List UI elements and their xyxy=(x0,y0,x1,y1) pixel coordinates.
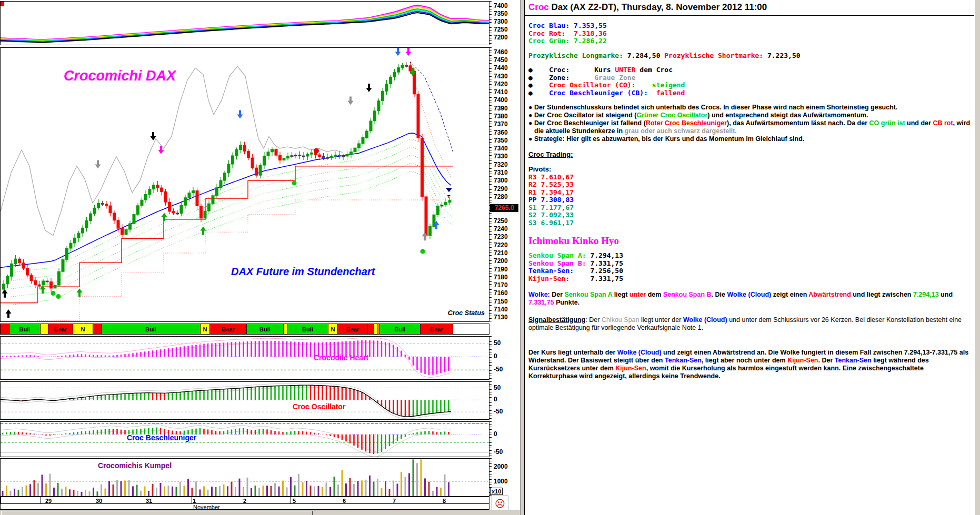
text-line: Tenkan-Sen: 7.256,50 xyxy=(528,267,972,275)
panel-crocomichis-kumpel: Crocomichis Kumpel xyxy=(0,458,489,497)
main-chart: TCrocomichi DAXDAX Future im Stundenchar… xyxy=(0,47,489,322)
text-segment: Kijun-Sen xyxy=(787,357,818,364)
beschleuniger-axis-ticks xyxy=(489,421,492,457)
current-price-tag: 7265.0 xyxy=(490,204,518,212)
text-segment xyxy=(648,89,656,97)
text-line: Croc Trading: xyxy=(528,150,972,159)
axis-label: 7390 xyxy=(494,105,508,112)
axis-label: 7380 xyxy=(494,113,508,120)
heart-axis-ticks xyxy=(489,336,492,380)
axis-label: 7200 xyxy=(494,34,508,41)
oscillator-axis-ticks xyxy=(489,381,492,420)
text-segment: 7.294,13 xyxy=(590,251,623,259)
text-segment: PP 7.308,83 xyxy=(528,196,574,204)
text-line: Croc Grün: 7.286,22 xyxy=(528,37,972,45)
axis-label: 7350 xyxy=(494,10,508,17)
right-panel-content: Croc Dax (AX Z2-DT), Thursday, 8. Novemb… xyxy=(528,0,972,380)
text-segment xyxy=(636,81,652,89)
text-line: ● Strategie: Hier gilt es abzuwarten, bi… xyxy=(528,135,972,143)
text-line: Der Kurs liegt unterhalb der Wolke (Clou… xyxy=(528,349,972,380)
status-segment-bear: Bear xyxy=(421,324,453,334)
text-segment: S3 6.961,17 xyxy=(528,219,574,227)
text-segment: 7.331,75 xyxy=(590,259,623,267)
text-line: ● Der Croc Beschleuniger ist fallend (Ro… xyxy=(528,119,972,135)
main-chart-svg: TCrocomichi DAXDAX Future im Stundenchar… xyxy=(1,48,489,321)
text-segment: Croc Blau: 7.353,55 xyxy=(528,22,607,29)
text-segment: Chikou Span xyxy=(602,316,639,324)
text-segment: Croc Rot: 7.318,36 xyxy=(528,29,607,37)
text-segment: Punkte. xyxy=(554,299,580,306)
text-segment: 7.284,50 xyxy=(627,52,664,59)
axis-label: 0 xyxy=(494,396,497,403)
text-segment: Prozyklische Longmarke: xyxy=(528,52,627,59)
status-segment-bull: Bull xyxy=(9,324,41,334)
svg-text:Croc Oscillator: Croc Oscillator xyxy=(293,402,346,411)
text-line: ● Croc Oscillator (CO): steigend xyxy=(528,82,972,89)
text-line: Kijun-Sen: 7.331,75 xyxy=(528,275,972,283)
text-segment: ● xyxy=(528,89,549,97)
text-segment: grau oder auch schwarz dargestellt. xyxy=(625,127,737,135)
text-segment: R2 7.525,33 xyxy=(528,180,574,188)
text-segment: Tenkan-Sen: xyxy=(528,267,590,275)
status-segment xyxy=(93,324,102,334)
text-segment: Croc Grün: 7.286,22 xyxy=(528,37,607,45)
text-segment: Tenkan-Sen xyxy=(835,357,872,364)
status-segment-bear: Bear xyxy=(210,324,247,334)
text-segment: Croc Oscillator (CO): xyxy=(549,81,635,89)
svg-text:Crocomichis Kumpel: Crocomichis Kumpel xyxy=(98,461,172,470)
axis-label: 7240 xyxy=(494,225,508,233)
text-segment: liegt unter der xyxy=(639,316,683,324)
text-line: ● Croc: Kurs UNTER dem Croc xyxy=(528,66,972,74)
axis-label: 7330 xyxy=(494,153,508,160)
status-segment xyxy=(453,324,489,334)
status-segment-n: N xyxy=(73,324,93,334)
mini-overview-svg xyxy=(1,2,489,45)
scrollbar-thumb[interactable] xyxy=(1,511,313,515)
text-segment: ● Der Croc Oscillator ist steigend ( xyxy=(528,112,637,119)
axis-label: 0 xyxy=(494,352,497,360)
text-line: S2 7.092,33 xyxy=(528,211,972,219)
text-segment: , liegt aber noch unter dem xyxy=(702,357,787,364)
text-line: Senkou Span A: 7.294,13 xyxy=(528,252,972,260)
text-segment: unter xyxy=(629,291,646,298)
text-segment: ● Strategie: Hier gilt es abzuwarten, bi… xyxy=(528,135,804,143)
text-segment: Roter Croc Beschleuniger xyxy=(646,119,727,127)
text-segment: 7.223,50 xyxy=(767,52,801,59)
axis-label: 7300 xyxy=(494,177,508,184)
text-segment: Ichimoku Kinko Hyo xyxy=(528,235,619,246)
axis-label: 7150 xyxy=(494,298,508,305)
text-line: PP 7.308,83 xyxy=(528,196,972,204)
axis-label: 7440 xyxy=(494,64,508,72)
status-segment xyxy=(368,324,374,334)
text-segment: Prozyklische Shortmarke: xyxy=(664,52,767,59)
svg-text:Crocomichi DAX: Crocomichi DAX xyxy=(64,68,177,84)
status-segment xyxy=(284,324,287,334)
horizontal-scrollbar[interactable] xyxy=(0,510,520,515)
text-segment: . Der xyxy=(818,357,834,364)
croc-beschleuniger-svg: Croc Beschleuniger xyxy=(1,422,489,457)
mini-overview-chart xyxy=(0,1,489,45)
svg-text:Croc Status: Croc Status xyxy=(448,309,485,317)
text-segment: ● Zone: xyxy=(528,74,594,82)
text-segment: ) und entsprechend steigt das Aufwärtsmo… xyxy=(707,112,868,119)
text-segment: CO grün ist xyxy=(869,119,905,127)
text-line: Prozyklische Longmarke: 7.284,50 Prozykl… xyxy=(528,52,972,60)
crocodile-heart-svg: Crocodile Heart xyxy=(1,337,489,379)
text-segment: Der Kurs liegt unterhalb der xyxy=(528,349,617,356)
text-segment: Kijun-Sen xyxy=(615,365,646,372)
status-segment-bull: Bull xyxy=(287,324,328,334)
axis-label: 7190 xyxy=(494,266,508,273)
svg-text:Crocodile Heart: Crocodile Heart xyxy=(314,354,369,362)
text-line: Pivots: xyxy=(528,165,972,174)
axis-label: 7370 xyxy=(494,120,508,128)
text-segment: Kijun-Sen: xyxy=(528,275,590,282)
text-segment: Tenkan-Sen xyxy=(665,357,702,364)
axis-label: 7130 xyxy=(494,314,508,321)
axis-label: 7430 xyxy=(494,73,508,80)
app-window: TCrocomichi DAXDAX Future im Stundenchar… xyxy=(0,0,980,515)
text-line: R3 7.610,67 xyxy=(528,174,972,181)
svg-text:DAX Future im Stundenchart: DAX Future im Stundenchart xyxy=(231,266,376,277)
svg-text:T: T xyxy=(447,194,451,199)
text-segment: Der xyxy=(550,291,565,298)
text-segment: 7.331,75 xyxy=(590,275,623,282)
